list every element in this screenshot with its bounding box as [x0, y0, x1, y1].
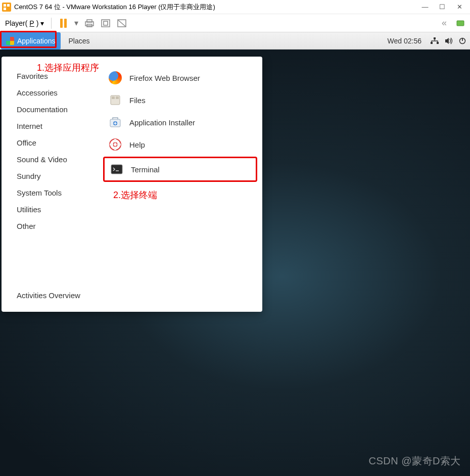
places-button[interactable]: Places: [63, 32, 96, 50]
guest-desktop: Applications Places Wed 02:56 1.选择应用程序 F…: [0, 32, 470, 476]
app-label: Files: [129, 96, 146, 105]
svg-rect-13: [437, 42, 439, 44]
category-sundry[interactable]: Sundry: [17, 168, 100, 184]
svg-rect-12: [431, 42, 433, 44]
pause-icon: [60, 19, 67, 28]
svg-rect-0: [4, 4, 6, 7]
power-icon[interactable]: [459, 37, 466, 44]
category-utilities[interactable]: Utilities: [17, 201, 100, 218]
vmware-titlebar: CentOS 7 64 位 - VMware Workstation 16 Pl…: [0, 0, 470, 14]
activities-overview[interactable]: Activities Overview: [2, 284, 262, 312]
category-office[interactable]: Office: [17, 134, 100, 151]
application-list: Firefox Web Browser Files Application In…: [100, 57, 262, 284]
player-menu-suffix: ): [36, 19, 39, 27]
app-label: Application Installer: [129, 118, 195, 127]
category-sound-video[interactable]: Sound & Video: [17, 151, 100, 168]
applications-label: Applications: [17, 37, 56, 45]
terminal-icon: [110, 162, 124, 176]
fullscreen-button[interactable]: [99, 17, 112, 30]
clock[interactable]: Wed 02:56: [383, 37, 427, 45]
applications-grid-icon: [6, 37, 14, 45]
app-help[interactable]: Help: [103, 133, 257, 156]
firefox-icon: [108, 71, 122, 85]
svg-point-22: [113, 142, 117, 147]
category-other[interactable]: Other: [17, 218, 100, 234]
unity-icon: [117, 19, 127, 28]
applications-menu: 1.选择应用程序 Favorites Accessories Documenta…: [2, 57, 262, 312]
maximize-button[interactable]: ☐: [434, 2, 451, 13]
svg-line-9: [118, 20, 125, 26]
watermark: CSDN @蒙奇D索大: [369, 454, 461, 468]
fullscreen-icon: [101, 19, 111, 28]
cycle-devices-button[interactable]: «: [438, 17, 451, 30]
gnome-topbar: Applications Places Wed 02:56: [0, 32, 470, 50]
app-terminal[interactable]: Terminal: [103, 157, 257, 182]
help-icon: [108, 137, 122, 152]
svg-rect-10: [457, 21, 464, 26]
close-button[interactable]: ✕: [451, 2, 468, 13]
category-documentation[interactable]: Documentation: [17, 101, 100, 118]
app-label: Help: [129, 140, 145, 149]
window-title: CentOS 7 64 位 - VMware Workstation 16 Pl…: [14, 3, 215, 12]
svg-rect-7: [104, 21, 108, 25]
system-tray: [427, 37, 466, 44]
svg-rect-11: [434, 37, 436, 39]
unity-button[interactable]: [115, 17, 128, 30]
vmware-logo-icon: [2, 3, 11, 12]
app-label: Terminal: [131, 165, 160, 174]
player-menu-prefix: Player(: [5, 19, 27, 27]
minimize-button[interactable]: —: [416, 2, 434, 13]
chevron-down-icon: ▾: [40, 19, 44, 27]
category-accessories[interactable]: Accessories: [17, 84, 100, 101]
svg-rect-23: [111, 165, 122, 174]
applications-button[interactable]: Applications: [1, 32, 61, 50]
svg-rect-18: [116, 97, 119, 99]
svg-rect-6: [102, 20, 110, 27]
svg-rect-17: [112, 97, 115, 99]
pause-dropdown[interactable]: ▾: [73, 17, 80, 30]
network-icon[interactable]: [431, 37, 439, 44]
toolbar-separator: [51, 18, 52, 29]
app-firefox[interactable]: Firefox Web Browser: [103, 67, 257, 89]
vmware-toolbar: Player(P) ▾ ▾ «: [0, 14, 470, 32]
category-list: Favorites Accessories Documentation Inte…: [2, 57, 100, 284]
category-internet[interactable]: Internet: [17, 118, 100, 134]
volume-icon[interactable]: [445, 37, 453, 44]
pause-button[interactable]: [57, 17, 70, 30]
app-application-installer[interactable]: Application Installer: [103, 111, 257, 133]
printer-icon: [84, 19, 95, 28]
places-label: Places: [69, 37, 90, 45]
category-favorites[interactable]: Favorites: [17, 68, 100, 84]
app-label: Firefox Web Browser: [129, 74, 200, 82]
svg-rect-4: [87, 20, 92, 22]
application-installer-icon: [108, 115, 122, 129]
svg-rect-1: [7, 4, 10, 7]
send-ctrl-alt-del-button[interactable]: [83, 17, 96, 30]
category-system-tools[interactable]: System Tools: [17, 184, 100, 201]
hard-disk-icon[interactable]: [454, 17, 467, 30]
svg-rect-2: [4, 8, 6, 10]
app-files[interactable]: Files: [103, 89, 257, 111]
player-menu[interactable]: Player(P) ▾: [3, 18, 46, 28]
files-icon: [108, 93, 122, 107]
annotation-step2: 2.选择终端: [113, 189, 267, 201]
player-menu-key: P: [29, 19, 34, 27]
